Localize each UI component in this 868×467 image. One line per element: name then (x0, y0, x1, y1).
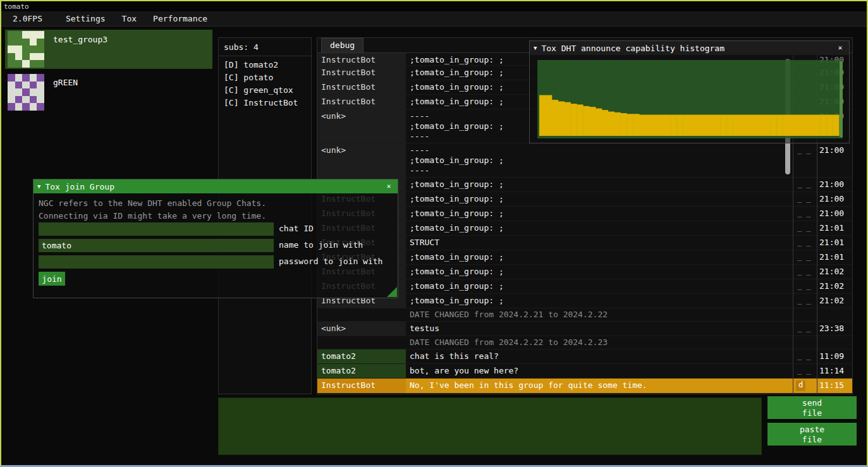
collapse-arrow-icon[interactable]: ▼ (37, 183, 40, 190)
message-text: ;tomato_in_group: ; (410, 281, 789, 291)
timestamp: 21:00 (819, 209, 851, 218)
group-item-gREEN[interactable]: gREEN (5, 73, 212, 112)
timestamp: 21:02 (819, 281, 851, 291)
sender-name: <unk> (317, 322, 406, 336)
message-text: ;tomato_in_group: ; (410, 252, 789, 262)
close-icon[interactable]: ✕ (384, 181, 394, 191)
delivery-marks: _ _ (794, 252, 814, 261)
divider (219, 56, 311, 56)
delivery-marks: _ _ (794, 296, 814, 305)
delivery-marks: _ _ (794, 145, 814, 154)
message-row[interactable]: InstructBotNo, I've been in this group f… (317, 379, 852, 393)
message-text: ;tomato_in_group: ; (410, 267, 789, 277)
message-row[interactable]: <unk>testus_ _23:38 (317, 322, 852, 336)
date-separator-row[interactable]: DATE CHANGED from 2024.2.22 to 2024.2.23 (317, 336, 852, 349)
join-name-label: name to join with (279, 240, 363, 250)
date-changed-text: DATE CHANGED from 2024.2.22 to 2024.2.23 (410, 337, 608, 347)
timestamp: 11:15 (819, 380, 851, 390)
message-row[interactable]: tomato2chat is this real?_ _11:09 (317, 349, 852, 364)
message-text: ;tomato_in_group: ; (410, 223, 789, 233)
message-text: testus (410, 324, 789, 334)
date-changed-text: DATE CHANGED from 2024.2.21 to 2024.2.22 (410, 310, 608, 319)
delivery-marks: _ _ (794, 223, 814, 232)
timestamp: 21:02 (819, 296, 851, 305)
histogram-plot[interactable] (537, 60, 843, 138)
join-group-title: Tox join Group (45, 182, 379, 191)
member-item[interactable]: [C] InstructBot (219, 97, 311, 109)
menu-item-performance[interactable]: Performance (145, 14, 216, 23)
timestamp: 21:00 (819, 179, 851, 189)
sender-name: InstructBot (317, 379, 406, 393)
group-list: test_group3gREEN (5, 30, 212, 116)
window-title: tomato (4, 3, 29, 11)
delivery-marks: _ _ (794, 324, 814, 332)
collapse-arrow-icon[interactable]: ▼ (534, 45, 537, 51)
resize-grip[interactable] (387, 287, 397, 297)
menu-item-settings[interactable]: Settings (58, 14, 114, 23)
message-text: bot, are you new here? (410, 366, 789, 376)
menu-item-tox[interactable]: Tox (114, 14, 145, 23)
timestamp: 21:00 (819, 145, 851, 155)
join-description-line1: NGC refers to the New DHT enabled Group … (39, 198, 266, 208)
sender-name: tomato2 (317, 364, 406, 378)
delivery-marks: _ _ (794, 238, 814, 246)
timestamp: 21:01 (819, 223, 851, 233)
message-input[interactable] (218, 397, 762, 455)
members-header: subs: 4 (219, 38, 311, 54)
message-text: ;tomato_in_group: ; (410, 209, 789, 219)
group-name: test_group3 (53, 35, 107, 44)
timestamp: 21:01 (819, 252, 851, 262)
group-item-test_group3[interactable]: test_group3 (5, 30, 212, 69)
join-password-field[interactable] (39, 255, 274, 269)
join-group-titlebar[interactable]: ▼ Tox join Group ✕ (34, 179, 398, 193)
histogram-titlebar[interactable]: ▼ Tox DHT announce capability histogram … (530, 41, 849, 55)
join-button[interactable]: join (39, 272, 65, 286)
member-item[interactable]: [D] tomato2 (219, 59, 311, 71)
message-text: ;tomato_in_group: ; (410, 179, 789, 190)
sender-name: InstructBot (317, 53, 406, 65)
send-file-button[interactable]: send file (767, 396, 857, 419)
group-name: gREEN (53, 78, 78, 87)
histogram-title: Tox DHT announce capability histogram (541, 44, 831, 53)
member-item[interactable]: [C] green_qtox (219, 84, 311, 97)
fps-counter: 2.0FPS (6, 14, 49, 23)
tab-debug[interactable]: debug (321, 38, 364, 52)
member-item[interactable]: [C] potato (219, 71, 311, 84)
plot-right-highlight (840, 61, 843, 137)
message-row[interactable]: <unk>----;tomato_in_group: ;----_ _21:00 (317, 143, 852, 178)
delivery-marks: _ _ (794, 366, 814, 375)
member-list: [D] tomato2[C] potato[C] green_qtox[C] I… (219, 59, 311, 109)
sender-name: tomato2 (317, 349, 406, 363)
message-text: chat is this real? (410, 351, 789, 361)
window-titlebar[interactable]: tomato (1, 1, 867, 11)
timestamp: 23:38 (819, 324, 851, 333)
sender-name: InstructBot (317, 80, 406, 94)
sender-name: InstructBot (317, 66, 406, 80)
join-group-window: ▼ Tox join Group ✕ NGC refers to the New… (33, 179, 398, 298)
delivery-marks: _ _ (794, 267, 814, 276)
message-row[interactable]: tomato2bot, are you new here?_ _11:14 (317, 364, 852, 379)
timestamp: 21:01 (819, 238, 851, 247)
timestamp: 21:00 (819, 194, 851, 203)
sender-name: InstructBot (317, 95, 406, 109)
delivery-marks: _ _ (794, 281, 814, 290)
menu-items: SettingsToxPerformance (58, 14, 216, 23)
message-text: ----;tomato_in_group: ;---- (410, 145, 789, 176)
histogram-window: ▼ Tox DHT announce capability histogram … (529, 40, 850, 143)
message-text: No, I've been in this group for quite so… (410, 380, 789, 391)
delivery-marks: _ _ (794, 179, 814, 188)
join-description-line2: Connecting via ID might take a very long… (39, 211, 266, 221)
timestamp: 11:14 (819, 366, 851, 375)
timestamp: 11:09 (819, 351, 851, 361)
delivery-marks: _ _ (794, 351, 814, 360)
group-avatar (8, 74, 44, 111)
chat-id-field[interactable] (39, 222, 274, 236)
chat-id-label: chat ID (279, 224, 314, 233)
date-separator-row[interactable]: DATE CHANGED from 2024.2.21 to 2024.2.22 (317, 308, 852, 322)
paste-file-button[interactable]: paste file (767, 423, 857, 446)
sender-name: <unk> (317, 109, 406, 143)
close-icon[interactable]: ✕ (835, 43, 845, 53)
join-name-field[interactable] (39, 239, 274, 252)
message-text: ;tomato_in_group: ; (410, 296, 789, 306)
delivery-marks: _ _ (794, 194, 814, 203)
